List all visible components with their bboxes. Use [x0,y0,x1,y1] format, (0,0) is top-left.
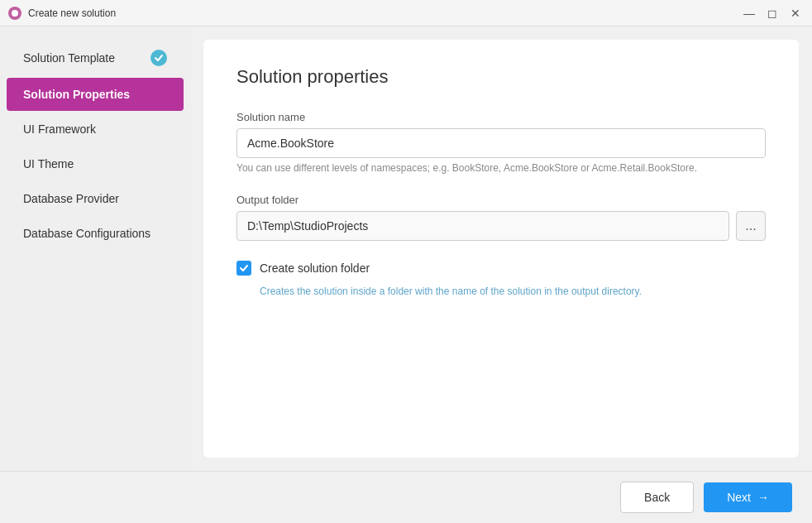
window-controls: — ◻ ✕ [741,5,804,22]
browse-button[interactable]: ... [736,211,766,241]
sidebar-item-database-provider[interactable]: Database Provider [7,182,184,215]
minimize-button[interactable]: — [741,5,757,22]
output-folder-row: ... [236,211,766,241]
output-folder-group: Output folder ... [236,194,766,241]
next-button-label: Next [727,491,751,504]
sidebar-label-database-provider: Database Provider [23,192,119,205]
create-folder-checkbox[interactable] [236,261,251,276]
create-folder-label: Create solution folder [260,262,370,275]
sidebar-label-solution-template: Solution Template [23,51,115,65]
maximize-button[interactable]: ◻ [764,5,781,22]
close-button[interactable]: ✕ [787,5,804,22]
window-title: Create new solution [28,7,741,19]
sidebar: Solution Template Solution Properties UI… [0,26,190,471]
sidebar-item-database-configurations[interactable]: Database Configurations [7,217,184,250]
check-icon-solution-template [150,50,167,66]
solution-name-label: Solution name [236,111,766,123]
page-title: Solution properties [236,66,766,88]
sidebar-label-ui-theme: UI Theme [23,157,74,170]
main-layout: Solution Template Solution Properties UI… [0,26,812,471]
create-folder-hint: Creates the solution inside a folder wit… [260,284,766,299]
create-folder-row: Create solution folder [236,261,766,276]
sidebar-item-solution-properties[interactable]: Solution Properties [7,78,184,111]
output-folder-label: Output folder [236,194,766,206]
sidebar-label-ui-framework: UI Framework [23,122,96,136]
footer: Back Next → [0,471,812,523]
solution-name-hint: You can use different levels of namespac… [236,162,766,174]
svg-point-0 [12,10,18,17]
sidebar-item-ui-theme[interactable]: UI Theme [7,147,184,180]
next-arrow-icon: → [757,491,769,504]
output-folder-input[interactable] [236,211,729,241]
sidebar-label-solution-properties: Solution Properties [23,88,130,101]
solution-name-input[interactable] [236,128,766,158]
title-bar: Create new solution — ◻ ✕ [0,0,812,26]
next-button[interactable]: Next → [704,482,792,512]
sidebar-item-solution-template[interactable]: Solution Template [7,40,184,76]
back-button[interactable]: Back [620,482,694,513]
sidebar-item-ui-framework[interactable]: UI Framework [7,113,184,146]
sidebar-label-database-configurations: Database Configurations [23,227,150,240]
solution-name-group: Solution name You can use different leve… [236,111,766,174]
content-area: Solution properties Solution name You ca… [203,40,799,458]
app-icon [8,7,21,20]
